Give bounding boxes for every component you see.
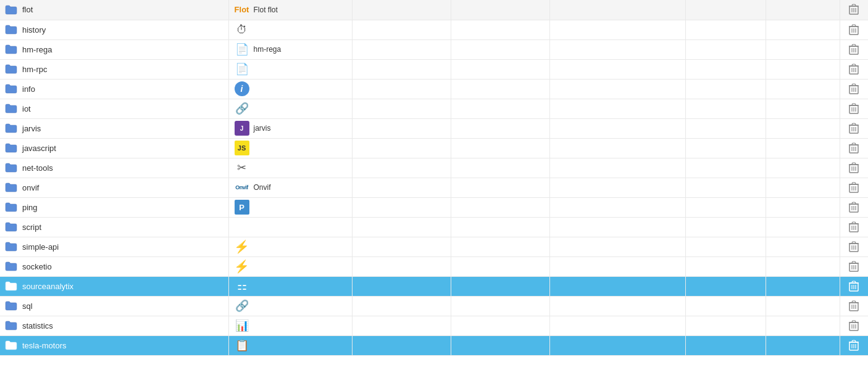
row-cell-6 <box>685 217 766 237</box>
row-cell-7 <box>766 0 840 20</box>
row-name-label: info <box>22 84 35 94</box>
delete-button[interactable] <box>845 82 862 96</box>
delete-button[interactable] <box>845 279 862 293</box>
row-icon-cell: JS <box>228 138 352 158</box>
row-delete-cell[interactable] <box>840 118 868 138</box>
table-row[interactable]: tesla-motors 📋 <box>0 335 868 355</box>
row-cell-6 <box>685 0 766 20</box>
table-row[interactable]: info i <box>0 79 868 99</box>
row-cell-5 <box>549 217 685 237</box>
row-cell-6 <box>685 158 766 178</box>
row-delete-cell[interactable] <box>840 138 868 158</box>
delete-button[interactable] <box>845 319 862 332</box>
table-row[interactable]: flot Flot Flot flot <box>0 0 868 20</box>
row-delete-cell[interactable] <box>840 197 868 217</box>
row-cell-6 <box>685 99 766 118</box>
addon-icon: 📊 <box>234 318 250 334</box>
row-cell-6 <box>685 20 766 39</box>
table-row[interactable]: hm-rpc 📄 <box>0 59 868 79</box>
row-cell-5 <box>549 138 685 158</box>
delete-button[interactable] <box>845 2 862 16</box>
row-name-label: javascript <box>22 144 56 153</box>
table-row[interactable]: simple-api ⚡ <box>0 237 868 256</box>
delete-button[interactable] <box>845 161 862 174</box>
table-row[interactable]: history ⏱ <box>0 20 868 39</box>
row-name-label: sql <box>22 301 33 311</box>
row-name-label: sourceanalytix <box>22 282 73 291</box>
row-name-label: tesla-motors <box>22 341 67 350</box>
row-name-cell: iot <box>0 99 228 118</box>
table-row[interactable]: hm-rega 📄 hm-rega <box>0 39 868 59</box>
table-row[interactable]: net-tools ✂ <box>0 158 868 178</box>
addon-icon: JS <box>234 140 250 156</box>
row-delete-cell[interactable] <box>840 316 868 335</box>
row-icon-cell: J jarvis <box>228 118 352 138</box>
folder-icon <box>5 123 17 133</box>
row-name-cell: simple-api <box>0 237 228 256</box>
delete-button[interactable] <box>845 43 862 56</box>
table-row[interactable]: ping P <box>0 197 868 217</box>
delete-button[interactable] <box>845 338 862 352</box>
table-row[interactable]: javascript JS <box>0 138 868 158</box>
delete-button[interactable] <box>845 62 862 76</box>
row-cell-4 <box>451 197 549 217</box>
table-row[interactable]: onvif Onvif Onvif <box>0 178 868 197</box>
row-delete-cell[interactable] <box>840 335 868 355</box>
table-row[interactable]: socketio ⚡ <box>0 256 868 276</box>
delete-button[interactable] <box>845 141 862 155</box>
row-delete-cell[interactable] <box>840 256 868 276</box>
row-cell-7 <box>766 20 840 39</box>
row-icon-cell: Onvif Onvif <box>228 178 352 197</box>
row-icon-cell: ✂ <box>228 158 352 178</box>
row-cell-3 <box>352 20 451 39</box>
delete-button[interactable] <box>845 240 862 253</box>
row-delete-cell[interactable] <box>840 79 868 99</box>
row-icon-cell: ⚏ <box>228 276 352 296</box>
delete-button[interactable] <box>845 220 862 234</box>
row-cell-4 <box>451 296 549 316</box>
delete-button[interactable] <box>845 260 862 273</box>
row-delete-cell[interactable] <box>840 20 868 39</box>
row-cell-3 <box>352 237 451 256</box>
table-row[interactable]: statistics 📊 <box>0 316 868 335</box>
row-cell-5 <box>549 99 685 118</box>
row-delete-cell[interactable] <box>840 237 868 256</box>
row-delete-cell[interactable] <box>840 296 868 316</box>
row-delete-cell[interactable] <box>840 0 868 20</box>
folder-icon <box>5 340 17 350</box>
delete-button[interactable] <box>845 121 862 135</box>
row-delete-cell[interactable] <box>840 178 868 197</box>
row-cell-5 <box>549 20 685 39</box>
delete-button[interactable] <box>845 102 862 115</box>
row-delete-cell[interactable] <box>840 39 868 59</box>
row-name-cell: sourceanalytix <box>0 276 228 296</box>
row-delete-cell[interactable] <box>840 217 868 237</box>
row-cell-4 <box>451 316 549 335</box>
row-name-cell: info <box>0 79 228 99</box>
row-cell-3 <box>352 118 451 138</box>
delete-button[interactable] <box>845 299 862 313</box>
row-cell-7 <box>766 335 840 355</box>
table-row[interactable]: sql 🔗 <box>0 296 868 316</box>
row-delete-cell[interactable] <box>840 158 868 178</box>
row-name-label: statistics <box>22 321 53 330</box>
table-row[interactable]: sourceanalytix ⚏ <box>0 276 868 296</box>
row-delete-cell[interactable] <box>840 59 868 79</box>
table-row[interactable]: iot 🔗 <box>0 99 868 118</box>
row-name-cell: hm-rega <box>0 39 228 59</box>
row-cell-4 <box>451 276 549 296</box>
folder-icon <box>5 25 17 35</box>
main-table-container[interactable]: flot Flot Flot flot history ⏱ <box>0 0 868 365</box>
folder-icon <box>5 301 17 311</box>
table-row[interactable]: script <box>0 217 868 237</box>
row-cell-4 <box>451 237 549 256</box>
table-row[interactable]: jarvis J jarvis <box>0 118 868 138</box>
delete-button[interactable] <box>845 23 862 36</box>
delete-button[interactable] <box>845 181 862 194</box>
row-delete-cell[interactable] <box>840 276 868 296</box>
delete-button[interactable] <box>845 200 862 214</box>
row-name-label: iot <box>22 104 31 113</box>
row-cell-3 <box>352 276 451 296</box>
row-delete-cell[interactable] <box>840 99 868 118</box>
row-cell-3 <box>352 138 451 158</box>
